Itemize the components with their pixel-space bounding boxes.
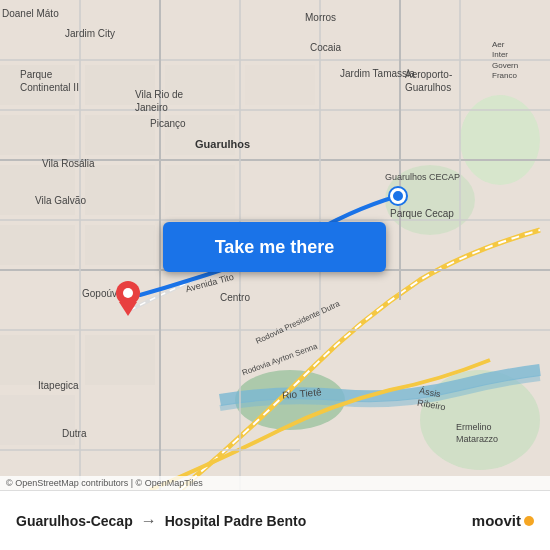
map-container: Doanel Máto Jardim City ParqueContinenta…: [0, 0, 550, 490]
svg-point-36: [123, 288, 133, 298]
route-arrow: →: [141, 512, 157, 530]
destination-pin: [114, 280, 142, 316]
svg-rect-19: [85, 65, 155, 105]
origin-pin: [390, 188, 406, 204]
svg-rect-24: [0, 165, 75, 215]
svg-rect-30: [245, 65, 315, 105]
svg-rect-23: [165, 115, 235, 155]
map-attribution: © OpenStreetMap contributors | © OpenMap…: [0, 476, 550, 490]
svg-point-4: [460, 95, 540, 185]
svg-rect-32: [85, 335, 155, 385]
moovit-logo: moovit: [472, 512, 534, 529]
route-to: Hospital Padre Bento: [165, 513, 307, 529]
svg-rect-27: [85, 225, 155, 265]
route-from: Guarulhos-Cecap: [16, 513, 133, 529]
svg-rect-20: [0, 115, 75, 155]
svg-rect-22: [165, 65, 235, 105]
moovit-dot: [524, 516, 534, 526]
take-me-there-button[interactable]: Take me there: [163, 222, 386, 272]
svg-rect-21: [85, 115, 155, 155]
route-info: Guarulhos-Cecap → Hospital Padre Bento: [16, 512, 306, 530]
svg-rect-28: [165, 165, 235, 215]
svg-rect-25: [85, 165, 155, 215]
moovit-text: moovit: [472, 512, 521, 529]
svg-rect-31: [0, 335, 75, 385]
svg-rect-26: [0, 225, 75, 265]
svg-rect-33: [0, 395, 75, 445]
svg-rect-18: [0, 65, 75, 105]
svg-marker-35: [119, 302, 137, 316]
bottom-bar: Guarulhos-Cecap → Hospital Padre Bento m…: [0, 490, 550, 550]
